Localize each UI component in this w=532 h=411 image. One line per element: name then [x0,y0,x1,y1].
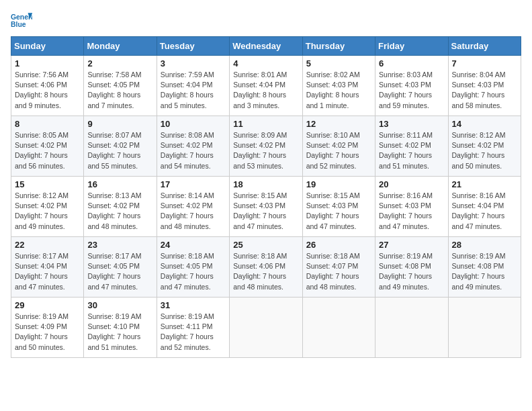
day-number: 16 [87,179,152,189]
day-info: Sunrise: 8:18 AMSunset: 4:07 PMDaylight:… [306,251,371,292]
calendar-day-20: 20Sunrise: 8:16 AMSunset: 4:03 PMDayligh… [375,177,448,237]
day-info: Sunrise: 8:19 AMSunset: 4:11 PMDaylight:… [161,312,226,353]
day-info: Sunrise: 8:17 AMSunset: 4:05 PMDaylight:… [87,251,152,292]
day-number: 22 [15,240,80,250]
day-info: Sunrise: 8:19 AMSunset: 4:08 PMDaylight:… [452,251,517,292]
col-header-tuesday: Tuesday [157,37,229,56]
day-number: 25 [233,240,298,250]
day-number: 30 [87,300,152,310]
calendar-day-23: 23Sunrise: 8:17 AMSunset: 4:05 PMDayligh… [84,237,157,298]
day-info: Sunrise: 8:05 AMSunset: 4:02 PMDaylight:… [15,130,80,171]
day-number: 8 [15,119,80,129]
empty-cell [302,298,375,358]
day-info: Sunrise: 8:18 AMSunset: 4:05 PMDaylight:… [161,251,226,292]
calendar-day-21: 21Sunrise: 8:16 AMSunset: 4:04 PMDayligh… [448,177,521,237]
calendar-day-18: 18Sunrise: 8:15 AMSunset: 4:03 PMDayligh… [230,177,302,237]
day-info: Sunrise: 8:11 AMSunset: 4:02 PMDaylight:… [379,130,444,171]
day-info: Sunrise: 8:12 AMSunset: 4:02 PMDaylight:… [452,130,517,171]
calendar-day-7: 7Sunrise: 8:04 AMSunset: 4:03 PMDaylight… [448,56,521,116]
day-info: Sunrise: 8:02 AMSunset: 4:03 PMDaylight:… [306,70,371,111]
day-info: Sunrise: 8:10 AMSunset: 4:02 PMDaylight:… [306,130,371,171]
day-number: 19 [306,179,371,189]
calendar-day-28: 28Sunrise: 8:19 AMSunset: 4:08 PMDayligh… [448,237,521,298]
calendar-day-17: 17Sunrise: 8:14 AMSunset: 4:02 PMDayligh… [157,177,229,237]
day-info: Sunrise: 8:15 AMSunset: 4:03 PMDaylight:… [306,191,371,232]
day-number: 27 [379,240,444,250]
calendar-day-6: 6Sunrise: 8:03 AMSunset: 4:03 PMDaylight… [375,56,448,116]
calendar-day-14: 14Sunrise: 8:12 AMSunset: 4:02 PMDayligh… [448,116,521,177]
day-info: Sunrise: 8:13 AMSunset: 4:02 PMDaylight:… [87,191,152,232]
calendar-week-3: 15Sunrise: 8:12 AMSunset: 4:02 PMDayligh… [11,177,521,237]
day-number: 12 [306,119,371,129]
calendar-day-27: 27Sunrise: 8:19 AMSunset: 4:08 PMDayligh… [375,237,448,298]
calendar-day-31: 31Sunrise: 8:19 AMSunset: 4:11 PMDayligh… [157,298,229,358]
day-number: 13 [379,119,444,129]
day-info: Sunrise: 8:07 AMSunset: 4:02 PMDaylight:… [87,130,152,171]
calendar-week-5: 29Sunrise: 8:19 AMSunset: 4:09 PMDayligh… [11,298,521,358]
day-info: Sunrise: 8:09 AMSunset: 4:02 PMDaylight:… [233,130,298,171]
calendar-day-13: 13Sunrise: 8:11 AMSunset: 4:02 PMDayligh… [375,116,448,177]
logo-icon: General Blue [11,11,32,30]
day-info: Sunrise: 8:15 AMSunset: 4:03 PMDaylight:… [233,191,298,232]
day-info: Sunrise: 7:58 AMSunset: 4:05 PMDaylight:… [87,70,152,111]
day-number: 3 [161,58,226,68]
svg-text:Blue: Blue [11,21,26,28]
day-number: 20 [379,179,444,189]
day-number: 10 [161,119,226,129]
day-number: 23 [87,240,152,250]
day-info: Sunrise: 7:56 AMSunset: 4:06 PMDaylight:… [15,70,80,111]
col-header-monday: Monday [84,37,157,56]
day-info: Sunrise: 8:19 AMSunset: 4:10 PMDaylight:… [87,312,152,353]
calendar-week-2: 8Sunrise: 8:05 AMSunset: 4:02 PMDaylight… [11,116,521,177]
day-number: 7 [452,58,517,68]
calendar-day-22: 22Sunrise: 8:17 AMSunset: 4:04 PMDayligh… [11,237,84,298]
day-number: 28 [452,240,517,250]
day-info: Sunrise: 8:03 AMSunset: 4:03 PMDaylight:… [379,70,444,111]
calendar-day-26: 26Sunrise: 8:18 AMSunset: 4:07 PMDayligh… [302,237,375,298]
day-info: Sunrise: 8:16 AMSunset: 4:03 PMDaylight:… [379,191,444,232]
calendar-day-8: 8Sunrise: 8:05 AMSunset: 4:02 PMDaylight… [11,116,84,177]
day-number: 1 [15,58,80,68]
empty-cell [375,298,448,358]
calendar-day-10: 10Sunrise: 8:08 AMSunset: 4:02 PMDayligh… [157,116,229,177]
day-number: 6 [379,58,444,68]
day-info: Sunrise: 8:19 AMSunset: 4:09 PMDaylight:… [15,312,80,353]
day-info: Sunrise: 8:08 AMSunset: 4:02 PMDaylight:… [161,130,226,171]
col-header-thursday: Thursday [302,37,375,56]
calendar-table: SundayMondayTuesdayWednesdayThursdayFrid… [11,36,521,358]
day-number: 11 [233,119,298,129]
calendar-week-1: 1Sunrise: 7:56 AMSunset: 4:06 PMDaylight… [11,56,521,116]
page-header: General Blue [11,11,521,30]
calendar-day-11: 11Sunrise: 8:09 AMSunset: 4:02 PMDayligh… [230,116,302,177]
col-header-friday: Friday [375,37,448,56]
day-number: 5 [306,58,371,68]
day-info: Sunrise: 8:16 AMSunset: 4:04 PMDaylight:… [452,191,517,232]
calendar-day-30: 30Sunrise: 8:19 AMSunset: 4:10 PMDayligh… [84,298,157,358]
day-info: Sunrise: 8:19 AMSunset: 4:08 PMDaylight:… [379,251,444,292]
day-number: 18 [233,179,298,189]
day-info: Sunrise: 8:18 AMSunset: 4:06 PMDaylight:… [233,251,298,292]
calendar-day-1: 1Sunrise: 7:56 AMSunset: 4:06 PMDaylight… [11,56,84,116]
day-info: Sunrise: 8:17 AMSunset: 4:04 PMDaylight:… [15,251,80,292]
calendar-day-12: 12Sunrise: 8:10 AMSunset: 4:02 PMDayligh… [302,116,375,177]
col-header-sunday: Sunday [11,37,84,56]
logo: General Blue [11,11,32,30]
calendar-day-4: 4Sunrise: 8:01 AMSunset: 4:04 PMDaylight… [230,56,302,116]
day-number: 2 [87,58,152,68]
day-info: Sunrise: 8:14 AMSunset: 4:02 PMDaylight:… [161,191,226,232]
calendar-day-15: 15Sunrise: 8:12 AMSunset: 4:02 PMDayligh… [11,177,84,237]
calendar-header-row: SundayMondayTuesdayWednesdayThursdayFrid… [11,37,521,56]
calendar-week-4: 22Sunrise: 8:17 AMSunset: 4:04 PMDayligh… [11,237,521,298]
day-number: 14 [452,119,517,129]
day-info: Sunrise: 8:01 AMSunset: 4:04 PMDaylight:… [233,70,298,111]
day-number: 26 [306,240,371,250]
calendar-day-3: 3Sunrise: 7:59 AMSunset: 4:04 PMDaylight… [157,56,229,116]
calendar-day-24: 24Sunrise: 8:18 AMSunset: 4:05 PMDayligh… [157,237,229,298]
calendar-day-25: 25Sunrise: 8:18 AMSunset: 4:06 PMDayligh… [230,237,302,298]
empty-cell [230,298,302,358]
col-header-wednesday: Wednesday [230,37,302,56]
col-header-saturday: Saturday [448,37,521,56]
day-info: Sunrise: 8:04 AMSunset: 4:03 PMDaylight:… [452,70,517,111]
day-number: 21 [452,179,517,189]
day-number: 29 [15,300,80,310]
